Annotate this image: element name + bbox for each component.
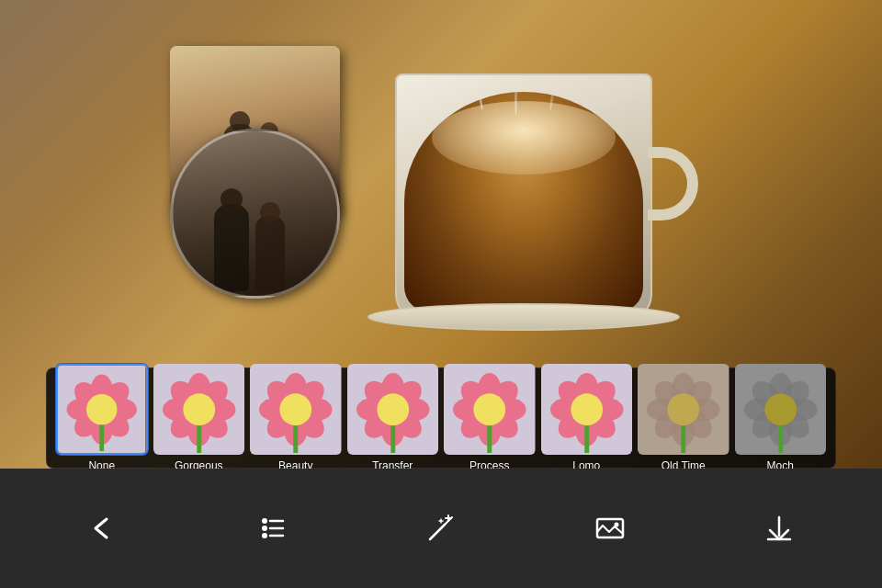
svg-point-9 [86, 394, 117, 424]
filter-thumb-lomo [541, 364, 633, 456]
photo-circle [170, 129, 340, 299]
svg-point-20 [183, 393, 215, 425]
c1-body [214, 204, 249, 291]
svg-point-42 [377, 393, 409, 425]
back-icon [86, 512, 119, 545]
filter-thumb-none [56, 364, 148, 456]
adjust-button[interactable] [244, 501, 300, 556]
coffee-foam [432, 101, 616, 175]
back-button[interactable] [75, 501, 130, 556]
filter-item-lomo[interactable]: Lomo [541, 364, 633, 473]
c1-head [220, 188, 243, 210]
cup-saucer [368, 303, 680, 331]
adjust-icon [255, 512, 288, 545]
filter-item-none[interactable]: None [56, 364, 148, 473]
svg-line-94 [430, 525, 445, 539]
svg-point-89 [262, 526, 267, 531]
filter-thumb-moch [735, 364, 827, 456]
toolbar [0, 469, 882, 588]
svg-point-101 [615, 523, 619, 527]
filter-item-transfer[interactable]: Transfer [347, 364, 439, 473]
gallery-button[interactable] [582, 501, 638, 556]
svg-point-90 [262, 533, 267, 538]
filter-item-gorgeous[interactable]: Gorgeous [153, 364, 245, 473]
gallery-icon [594, 512, 627, 545]
filter-item-moch[interactable]: Moch [735, 364, 827, 473]
couple-circle [205, 172, 306, 291]
filter-strip: NoneGorgeousBeautyTransferProcessLomoOld… [46, 368, 836, 469]
svg-point-86 [764, 393, 797, 425]
cup-handle [648, 147, 698, 220]
filter-thumb-oldtime [638, 364, 729, 456]
svg-point-88 [262, 518, 267, 524]
effects-icon [424, 512, 458, 545]
svg-point-53 [473, 393, 505, 425]
save-button[interactable] [752, 501, 807, 556]
filter-thumb-process [444, 364, 536, 456]
effects-button[interactable] [413, 501, 469, 556]
c2-body [255, 216, 285, 291]
save-icon [763, 512, 796, 545]
coffee-area [322, 18, 717, 404]
filter-thumb-transfer [347, 364, 439, 456]
filter-item-beauty[interactable]: Beauty [250, 364, 342, 473]
c2-head [260, 202, 280, 222]
filter-thumb-gorgeous [153, 364, 245, 456]
svg-point-64 [571, 393, 603, 425]
coffee-liquid [404, 92, 643, 312]
svg-point-31 [279, 393, 311, 425]
filter-item-oldtime[interactable]: Old Time [638, 364, 729, 473]
svg-point-75 [667, 393, 699, 425]
filter-thumb-beauty [250, 364, 342, 456]
filter-item-process[interactable]: Process [444, 364, 536, 473]
